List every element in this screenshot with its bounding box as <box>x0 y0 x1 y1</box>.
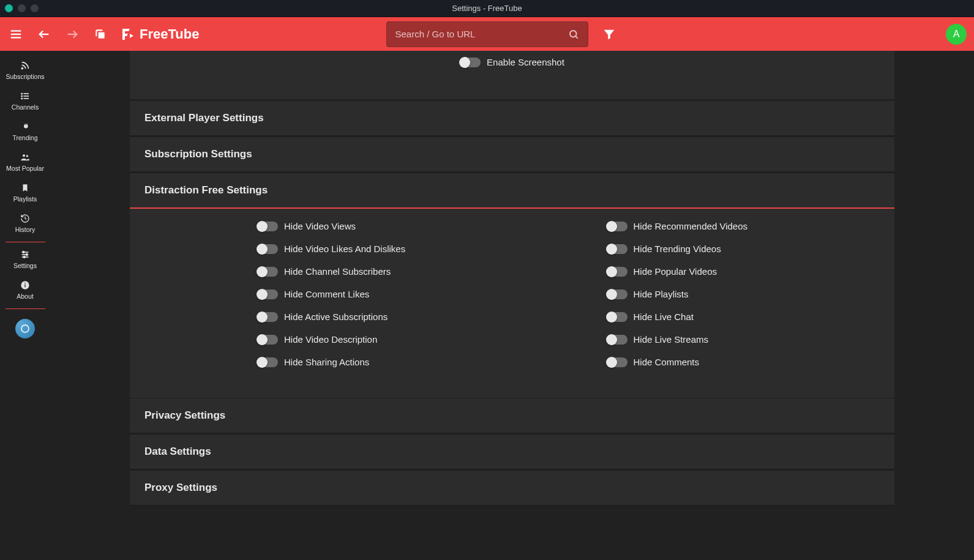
distraction-left-toggle-4[interactable] <box>257 312 278 322</box>
sidebar-item-trending[interactable]: Trending <box>0 117 50 147</box>
toggle-row: Hide Trending Videos <box>607 244 895 254</box>
menu-button[interactable] <box>7 26 24 43</box>
section-subscription[interactable]: Subscription Settings <box>130 136 894 171</box>
search-button[interactable] <box>568 29 579 40</box>
maximize-window-button[interactable] <box>31 4 39 12</box>
section-privacy[interactable]: Privacy Settings <box>130 398 894 433</box>
distraction-right-toggle-2[interactable] <box>607 267 627 277</box>
sidebar-item-label: History <box>15 226 36 233</box>
distraction-left-toggle-6[interactable] <box>257 357 278 367</box>
sidebar-item-label: Playlists <box>13 195 37 203</box>
toggle-row: Hide Video Likes And Dislikes <box>257 244 545 254</box>
toggle-row: Hide Sharing Actions <box>257 357 545 367</box>
svg-point-16 <box>23 154 25 157</box>
enable-screenshot-label: Enable Screenshot <box>487 57 564 67</box>
enable-screenshot-toggle[interactable] <box>460 58 481 67</box>
svg-point-23 <box>23 256 25 258</box>
svg-rect-5 <box>99 32 105 38</box>
titlebar: Settings - FreeTube <box>0 0 974 17</box>
distraction-left-toggle-1[interactable] <box>257 244 278 254</box>
distraction-left-toggle-0[interactable] <box>257 222 278 231</box>
svg-point-15 <box>21 98 22 99</box>
content-area[interactable]: Enable Screenshot External Player Settin… <box>50 51 974 560</box>
toggle-row: Hide Playlists <box>607 289 895 299</box>
filter-button[interactable] <box>601 26 618 43</box>
sidebar-item-subscriptions[interactable]: Subscriptions <box>0 56 50 86</box>
sidebar-item-history[interactable]: History <box>0 209 50 239</box>
toggle-row: Hide Video Views <box>257 221 545 231</box>
list-icon <box>20 91 30 101</box>
toggle-label: Hide Comment Likes <box>284 289 369 299</box>
window-controls <box>0 4 39 12</box>
toggle-row: Hide Comment Likes <box>257 289 545 299</box>
sidebar-divider <box>6 242 45 242</box>
toggle-label: Hide Video Views <box>284 221 356 231</box>
logo[interactable]: FreeTube <box>120 26 199 42</box>
arrow-left-icon <box>37 28 51 41</box>
sidebar-item-label: Settings <box>13 262 37 269</box>
svg-point-9 <box>21 68 23 69</box>
minimize-window-button[interactable] <box>18 4 26 12</box>
arrow-right-icon <box>66 28 79 41</box>
distraction-left-toggle-2[interactable] <box>257 267 278 277</box>
toggle-label: Hide Playlists <box>634 289 689 299</box>
sidebar-item-about[interactable]: About <box>0 275 50 306</box>
section-external-player[interactable]: External Player Settings <box>130 100 894 135</box>
toggle-row: Hide Recommended Videos <box>607 221 895 231</box>
section-proxy[interactable]: Proxy Settings <box>130 470 894 505</box>
distraction-right-toggle-3[interactable] <box>607 289 627 299</box>
avatar[interactable]: A <box>946 24 967 45</box>
sidebar-item-label: About <box>17 293 33 300</box>
profile-swirl-icon <box>20 323 31 334</box>
sidebar-divider <box>6 308 45 309</box>
toggle-label: Hide Active Subscriptions <box>284 312 388 322</box>
toggle-label: Hide Recommended Videos <box>634 221 748 231</box>
menu-icon <box>9 28 23 41</box>
distraction-right-toggle-1[interactable] <box>607 244 627 254</box>
distraction-right-toggle-5[interactable] <box>607 335 627 345</box>
svg-marker-6 <box>130 34 133 38</box>
profile-circle[interactable] <box>15 319 35 338</box>
toggle-row: Hide Video Description <box>257 334 545 345</box>
filter-icon <box>602 28 616 41</box>
screenshot-settings-panel: Enable Screenshot <box>130 51 894 99</box>
toggle-row: Hide Live Chat <box>607 312 895 322</box>
search-input[interactable] <box>395 29 568 39</box>
sidebar-item-playlists[interactable]: Playlists <box>0 178 50 209</box>
sidebar-item-label: Most Popular <box>6 165 44 172</box>
svg-point-21 <box>23 252 24 253</box>
toggle-row: Hide Channel Subscribers <box>257 266 545 277</box>
window-title: Settings - FreeTube <box>452 4 522 13</box>
section-distraction-free[interactable]: Distraction Free Settings <box>130 173 894 209</box>
distraction-left-toggle-5[interactable] <box>257 335 278 345</box>
search-bar <box>386 21 588 47</box>
toggle-label: Hide Popular Videos <box>634 266 717 277</box>
new-window-button[interactable] <box>92 26 109 43</box>
sidebar-item-label: Trending <box>12 134 37 141</box>
sidebar-item-most-popular[interactable]: Most Popular <box>0 147 50 178</box>
section-data[interactable]: Data Settings <box>130 434 894 469</box>
sidebar: Subscriptions Channels Trending Most Pop… <box>0 51 50 560</box>
toggle-label: Hide Trending Videos <box>634 244 721 254</box>
info-icon <box>20 280 30 290</box>
distraction-right-toggle-0[interactable] <box>607 222 627 231</box>
forward-button[interactable] <box>64 26 81 43</box>
sidebar-item-channels[interactable]: Channels <box>0 86 50 117</box>
logo-text: FreeTube <box>140 26 199 42</box>
topbar: FreeTube A <box>0 17 974 51</box>
distraction-right-toggle-6[interactable] <box>607 357 627 367</box>
copy-icon <box>94 28 107 40</box>
svg-point-14 <box>21 95 22 96</box>
back-button[interactable] <box>36 26 53 43</box>
sliders-icon <box>20 250 30 259</box>
sidebar-item-settings[interactable]: Settings <box>0 245 50 275</box>
svg-line-8 <box>575 36 577 38</box>
freetube-logo-icon <box>120 27 135 42</box>
distraction-left-toggle-3[interactable] <box>257 289 278 299</box>
distraction-right-toggle-4[interactable] <box>607 312 627 322</box>
svg-point-26 <box>24 283 26 284</box>
toggle-row: Hide Comments <box>607 357 895 367</box>
close-window-button[interactable] <box>5 4 13 12</box>
history-icon <box>20 214 30 223</box>
distraction-free-body: Hide Video ViewsHide Video Likes And Dis… <box>130 209 894 398</box>
